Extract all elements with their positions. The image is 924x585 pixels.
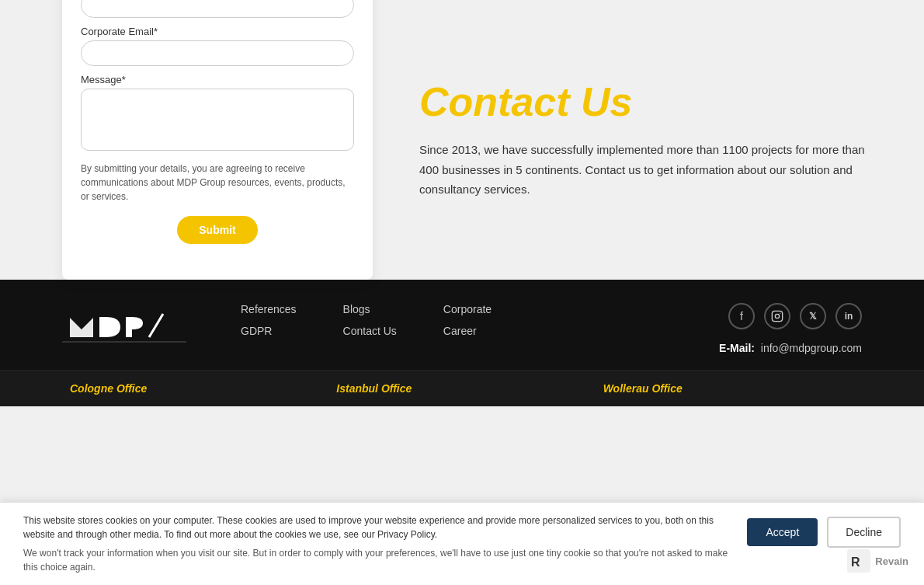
cookie-banner: This website stores cookies on your comp… xyxy=(0,502,924,585)
footer-nav-col-2: Blogs Contact Us xyxy=(343,303,397,337)
svg-rect-3 xyxy=(126,317,132,337)
svg-point-8 xyxy=(780,313,780,314)
twitter-icon[interactable]: 𝕏 xyxy=(800,303,826,329)
footer-link-gdpr[interactable]: GDPR xyxy=(241,325,297,337)
svg-text:R: R xyxy=(851,555,860,569)
istanbul-office-title: Istanbul Office xyxy=(336,382,412,395)
footer-email-section: E-Mail: info@mdpgroup.com xyxy=(719,342,862,354)
footer-link-contact-us[interactable]: Contact Us xyxy=(343,325,397,337)
istanbul-office: Istanbul Office xyxy=(328,381,595,395)
contact-info-section: Contact Us Since 2013, we have successfu… xyxy=(373,0,924,280)
wollerau-office: Wollerau Office xyxy=(596,381,862,395)
footer-right-section: f 𝕏 in E-Mail: info@mdpgroup.com xyxy=(719,303,862,354)
svg-rect-2 xyxy=(99,317,106,337)
contact-title: Contact Us xyxy=(419,80,877,124)
revain-label: Revain xyxy=(875,555,908,567)
corporate-email-label: Corporate Email* xyxy=(81,26,354,37)
message-label: Message* xyxy=(81,74,354,85)
submit-button[interactable]: Submit xyxy=(177,216,257,244)
svg-rect-6 xyxy=(772,311,782,321)
cookie-texts: This website stores cookies on your comp… xyxy=(23,514,731,574)
social-icons: f 𝕏 in xyxy=(728,303,862,329)
footer-navigation: References GDPR Blogs Contact Us Corpora… xyxy=(241,303,719,337)
footer-nav-col-3: Corporate Career xyxy=(443,303,492,337)
footer-email: E-Mail: info@mdpgroup.com xyxy=(719,342,862,354)
email-value: info@mdpgroup.com xyxy=(761,342,862,354)
cologne-office-title: Cologne Office xyxy=(70,382,147,395)
footer-nav-col-1: References GDPR xyxy=(241,303,297,337)
mdp-logo-svg xyxy=(62,306,194,345)
decline-button[interactable]: Decline xyxy=(827,517,901,548)
cookie-buttons: Accept Decline xyxy=(747,517,901,548)
email-label: E-Mail: xyxy=(719,342,755,354)
form-disclaimer: By submitting your details, you are agre… xyxy=(81,162,354,204)
footer-link-corporate[interactable]: Corporate xyxy=(443,303,492,315)
cookie-secondary-text: We won't track your information when you… xyxy=(23,546,731,574)
contact-form: Corporate Email* Message* By submitting … xyxy=(62,0,373,280)
footer-offices: Cologne Office Istanbul Office Wollerau … xyxy=(0,371,924,406)
corporate-email-input[interactable] xyxy=(81,40,354,66)
accept-button[interactable]: Accept xyxy=(747,518,818,546)
top-input-field[interactable] xyxy=(81,0,354,18)
cologne-office: Cologne Office xyxy=(62,381,328,395)
instagram-icon[interactable] xyxy=(764,303,790,329)
footer: References GDPR Blogs Contact Us Corpora… xyxy=(0,280,924,406)
footer-logo xyxy=(62,306,194,345)
cookie-main-text: This website stores cookies on your comp… xyxy=(23,514,731,541)
facebook-icon[interactable]: f xyxy=(728,303,755,329)
footer-link-references[interactable]: References xyxy=(241,303,297,315)
contact-description: Since 2013, we have successfully impleme… xyxy=(419,140,870,200)
revain-badge: R Revain xyxy=(847,549,908,573)
footer-link-career[interactable]: Career xyxy=(443,325,492,337)
footer-link-blogs[interactable]: Blogs xyxy=(343,303,397,315)
revain-logo-icon: R xyxy=(847,549,870,573)
linkedin-icon[interactable]: in xyxy=(835,303,862,329)
wollerau-office-title: Wollerau Office xyxy=(603,382,683,395)
message-textarea[interactable] xyxy=(81,89,354,151)
svg-point-7 xyxy=(775,314,779,318)
